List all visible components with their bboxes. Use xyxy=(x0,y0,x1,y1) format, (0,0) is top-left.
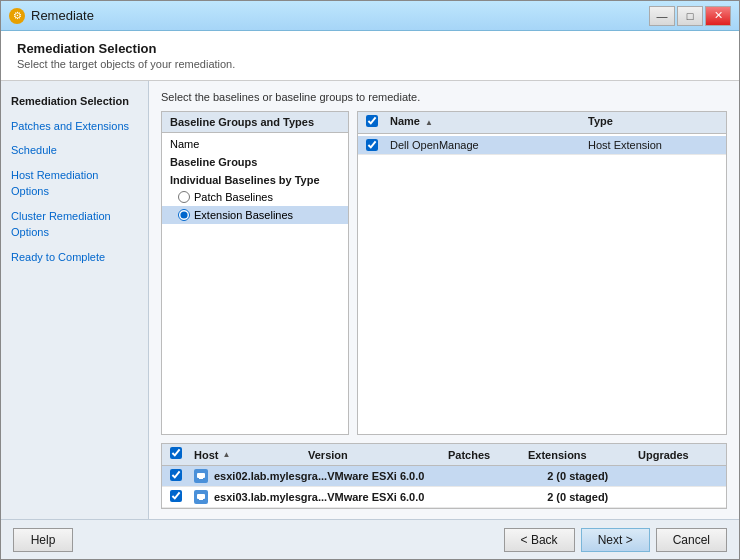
sidebar-item-host-remediation-options[interactable]: Host Remediation Options xyxy=(1,163,148,204)
baseline-groups-panel: Baseline Groups and Types Name Baseline … xyxy=(161,111,349,435)
svg-rect-1 xyxy=(199,478,203,479)
patch-baselines-input[interactable] xyxy=(178,191,190,203)
host-check-col xyxy=(170,447,194,462)
host-row-0[interactable]: esxi02.lab.mylesgra... VMware ESXi 6.0.0… xyxy=(162,466,726,487)
baseline-groups-body: Name Baseline Groups Individual Baseline… xyxy=(162,133,348,434)
individual-baselines-label: Individual Baselines by Type xyxy=(162,171,348,188)
host-row-1-check xyxy=(170,490,194,504)
header-subtitle: Select the target objects of your remedi… xyxy=(17,58,723,70)
baseline-groups-label: Baseline Groups xyxy=(162,153,348,171)
title-bar-left: ⚙ Remediate xyxy=(9,8,94,24)
footer-right: < Back Next > Cancel xyxy=(504,528,727,552)
extensions-col-header: Extensions xyxy=(528,449,638,461)
host-row-1-extensions: 2 (0 staged) xyxy=(547,491,657,503)
host-sort-arrow: ▲ xyxy=(222,450,230,459)
window-controls: — □ ✕ xyxy=(649,6,731,26)
sidebar-item-patches-extensions[interactable]: Patches and Extensions xyxy=(1,114,148,139)
host-0-checkbox[interactable] xyxy=(170,469,182,481)
host-icon-0 xyxy=(194,469,208,483)
baseline-name: Dell OpenManage xyxy=(390,139,588,151)
footer-left: Help xyxy=(13,528,73,552)
name-col-header: Name ▲ xyxy=(390,115,588,130)
type-col-header: Type xyxy=(588,115,718,130)
host-row-1-host: esxi03.lab.mylesgra... xyxy=(194,490,327,504)
host-icon-1 xyxy=(194,490,208,504)
upgrades-col-header: Upgrades xyxy=(638,449,718,461)
baseline-row[interactable]: Dell OpenManage Host Extension xyxy=(358,136,726,155)
baseline-checkbox[interactable] xyxy=(366,139,378,151)
svg-rect-0 xyxy=(197,473,205,478)
host-col-header: Host ▲ xyxy=(194,449,308,461)
maximize-button[interactable]: □ xyxy=(677,6,703,26)
header-title: Remediation Selection xyxy=(17,41,723,56)
main-panel: Select the baselines or baseline groups … xyxy=(149,81,739,519)
baselines-panel: Name ▲ Type Dell OpenManage Host Extensi… xyxy=(357,111,727,435)
title-bar: ⚙ Remediate — □ ✕ xyxy=(1,1,739,31)
check-col-header xyxy=(366,115,390,130)
sidebar-item-schedule[interactable]: Schedule xyxy=(1,138,148,163)
svg-rect-3 xyxy=(199,499,203,500)
dialog-header: Remediation Selection Select the target … xyxy=(1,31,739,81)
close-button[interactable]: ✕ xyxy=(705,6,731,26)
back-button[interactable]: < Back xyxy=(504,528,575,552)
patches-col-header: Patches xyxy=(448,449,528,461)
host-row-0-version: VMware ESXi 6.0.0 xyxy=(327,470,467,482)
svg-rect-2 xyxy=(197,494,205,499)
hosts-table-header: Host ▲ Version Patches Extensions Upgrad… xyxy=(162,444,726,466)
select-all-hosts[interactable] xyxy=(170,447,182,459)
window-title: Remediate xyxy=(31,8,94,23)
main-window: ⚙ Remediate — □ ✕ Remediation Selection … xyxy=(0,0,740,560)
host-row-0-host: esxi02.lab.mylesgra... xyxy=(194,469,327,483)
version-col-header: Version xyxy=(308,449,448,461)
baseline-check xyxy=(366,139,390,151)
baseline-groups-header: Baseline Groups and Types xyxy=(162,112,348,133)
extension-baselines-label: Extension Baselines xyxy=(194,209,293,221)
next-button[interactable]: Next > xyxy=(581,528,650,552)
patch-baselines-radio[interactable]: Patch Baselines xyxy=(162,188,348,206)
host-row-1-version: VMware ESXi 6.0.0 xyxy=(327,491,467,503)
panels-area: Baseline Groups and Types Name Baseline … xyxy=(161,111,727,435)
host-row-1[interactable]: esxi03.lab.mylesgra... VMware ESXi 6.0.0… xyxy=(162,487,726,508)
baseline-type: Host Extension xyxy=(588,139,718,151)
sidebar-item-cluster-remediation-options[interactable]: Cluster Remediation Options xyxy=(1,204,148,245)
sidebar-item-ready-to-complete[interactable]: Ready to Complete xyxy=(1,245,148,270)
hosts-table: Host ▲ Version Patches Extensions Upgrad… xyxy=(161,443,727,509)
help-button[interactable]: Help xyxy=(13,528,73,552)
content-area: Remediation Selection Patches and Extens… xyxy=(1,81,739,519)
host-row-0-extensions: 2 (0 staged) xyxy=(547,470,657,482)
patch-baselines-label: Patch Baselines xyxy=(194,191,273,203)
sidebar: Remediation Selection Patches and Extens… xyxy=(1,81,149,519)
select-all-baselines[interactable] xyxy=(366,115,378,127)
sidebar-item-remediation-selection[interactable]: Remediation Selection xyxy=(1,89,148,114)
host-row-0-check xyxy=(170,469,194,483)
app-icon: ⚙ xyxy=(9,8,25,24)
baselines-body: Dell OpenManage Host Extension xyxy=(358,134,726,434)
footer: Help < Back Next > Cancel xyxy=(1,519,739,559)
name-label: Name xyxy=(162,135,348,153)
host-1-checkbox[interactable] xyxy=(170,490,182,502)
extension-baselines-radio[interactable]: Extension Baselines xyxy=(162,206,348,224)
extension-baselines-input[interactable] xyxy=(178,209,190,221)
minimize-button[interactable]: — xyxy=(649,6,675,26)
baselines-col-header: Name ▲ Type xyxy=(358,112,726,134)
main-instruction: Select the baselines or baseline groups … xyxy=(161,91,727,103)
name-sort-arrow: ▲ xyxy=(425,118,433,127)
cancel-button[interactable]: Cancel xyxy=(656,528,727,552)
